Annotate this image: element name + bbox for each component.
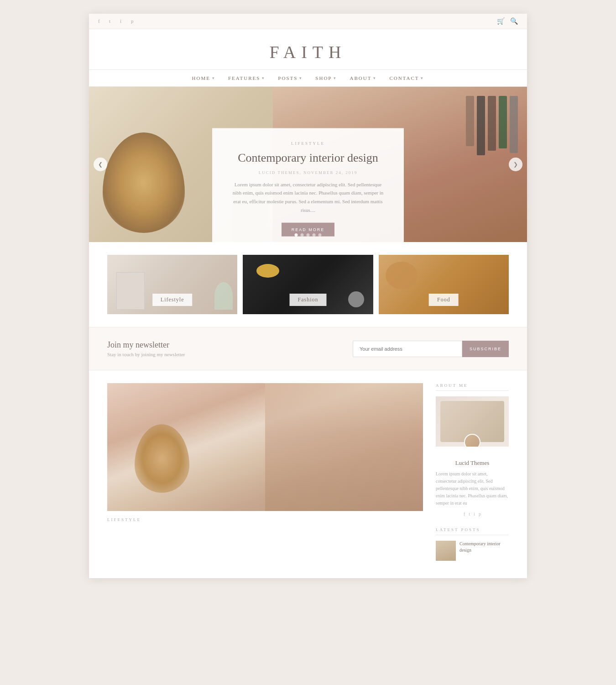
latest-posts-title: LATEST POSTS: [436, 527, 509, 535]
hero-category: LIFESTYLE: [230, 141, 386, 146]
featured-post-image: [107, 383, 423, 511]
site-title: FAITH: [98, 42, 518, 62]
rack-item: [488, 96, 496, 151]
nav-contact[interactable]: CONTACT ▾: [389, 75, 424, 81]
slider-dot-4[interactable]: [313, 233, 316, 237]
about-text: Lorem ipsum dolor sit amet, consectetur …: [436, 470, 509, 507]
latest-posts-section: LATEST POSTS Contemporary interior desig…: [436, 527, 509, 561]
social-icons: f t i p: [98, 18, 137, 25]
cart-icon[interactable]: 🛒: [497, 17, 505, 25]
subscribe-button[interactable]: SUBSCRIBE: [462, 341, 509, 357]
hero-meta: LUCID THEMES, NOVEMBER 24, 2019: [230, 170, 386, 174]
rack-item: [466, 96, 474, 146]
nav-home[interactable]: HOME ▾: [192, 75, 215, 81]
nav-features[interactable]: FEATURES ▾: [228, 75, 265, 81]
about-name: Lucid Themes: [436, 459, 509, 467]
newsletter-text: Join my newsletter Stay in touch by join…: [107, 340, 185, 357]
about-instagram-icon[interactable]: i: [474, 511, 475, 516]
hero-content: LIFESTYLE Contemporary interior design L…: [212, 128, 404, 242]
nav-posts[interactable]: POSTS ▾: [278, 75, 303, 81]
chevron-down-icon: ▾: [212, 76, 215, 80]
list-item: Contemporary interior design: [436, 541, 509, 561]
fashion-label: Fashion: [289, 294, 326, 306]
posts-column: LIFESTYLE: [107, 383, 423, 565]
slider-dots: [295, 233, 322, 237]
slider-dot-3[interactable]: [307, 233, 310, 237]
post-thumbnail: [436, 541, 456, 561]
search-icon[interactable]: 🔍: [510, 17, 518, 25]
category-card-lifestyle[interactable]: Lifestyle: [107, 255, 237, 314]
instagram-icon[interactable]: i: [120, 18, 126, 25]
newsletter-form: SUBSCRIBE: [353, 341, 509, 357]
lifestyle-label: Lifestyle: [152, 294, 193, 306]
about-facebook-icon[interactable]: f: [464, 511, 465, 516]
slider-dot-5[interactable]: [318, 233, 322, 237]
site-header: FAITH: [89, 29, 527, 69]
rack-item: [510, 96, 518, 153]
category-card-fashion[interactable]: Fashion: [243, 255, 373, 314]
food-label: Food: [429, 294, 459, 306]
slider-dot-2[interactable]: [301, 233, 304, 237]
hero-excerpt: Lorem ipsum dolor sit amet, consectetur …: [230, 180, 386, 214]
about-avatar: [464, 434, 480, 447]
about-twitter-icon[interactable]: t: [469, 511, 470, 516]
about-me-section: ABOUT ME Lucid Themes Lorem ipsum dolor …: [436, 383, 509, 516]
newsletter-section: Join my newsletter Stay in touch by join…: [89, 327, 527, 370]
slider-prev-button[interactable]: ❮: [94, 158, 107, 171]
hero-title: Contemporary interior design: [230, 150, 386, 166]
slider-next-button[interactable]: ❯: [509, 158, 522, 171]
sidebar: ABOUT ME Lucid Themes Lorem ipsum dolor …: [436, 383, 509, 565]
newsletter-email-input[interactable]: [353, 341, 462, 357]
top-bar: f t i p 🛒 🔍: [89, 14, 527, 29]
chevron-down-icon: ▾: [421, 76, 424, 80]
nav-shop[interactable]: SHOP ▾: [315, 75, 337, 81]
chevron-down-icon: ▾: [373, 76, 376, 80]
about-pinterest-icon[interactable]: p: [479, 511, 481, 516]
twitter-icon[interactable]: t: [109, 18, 115, 25]
page-wrapper: f t i p 🛒 🔍 FAITH HOME ▾ FEATURES ▾ POST…: [89, 14, 527, 578]
pinterest-icon[interactable]: p: [131, 18, 137, 25]
hero-slider: LIFESTYLE Contemporary interior design L…: [89, 87, 527, 242]
main-nav: HOME ▾ FEATURES ▾ POSTS ▾ SHOP ▾ ABOUT ▾…: [89, 69, 527, 87]
rack-item: [477, 96, 485, 155]
post-thumb-title[interactable]: Contemporary interior design: [459, 541, 509, 553]
category-card-food[interactable]: Food: [379, 255, 509, 314]
nav-about[interactable]: ABOUT ▾: [350, 75, 376, 81]
main-content: LIFESTYLE ABOUT ME Lucid Themes Lorem ip…: [89, 370, 527, 578]
slider-dot-1[interactable]: [295, 233, 298, 237]
facebook-icon[interactable]: f: [98, 18, 104, 25]
top-right-icons: 🛒 🔍: [497, 17, 518, 25]
about-me-title: ABOUT ME: [436, 383, 509, 391]
about-social-icons: f t i p: [436, 511, 509, 516]
category-grid: Lifestyle Fashion Food: [89, 242, 527, 327]
post-category: LIFESTYLE: [107, 517, 423, 522]
rack-item: [499, 96, 507, 148]
chevron-down-icon: ▾: [299, 76, 303, 80]
newsletter-subtitle: Stay in touch by joining my newsletter: [107, 352, 185, 357]
chevron-down-icon: ▾: [334, 76, 337, 80]
about-me-image: [436, 396, 509, 447]
chevron-down-icon: ▾: [262, 76, 265, 80]
newsletter-title: Join my newsletter: [107, 340, 185, 350]
post-thumb-text: Contemporary interior design: [459, 541, 509, 561]
